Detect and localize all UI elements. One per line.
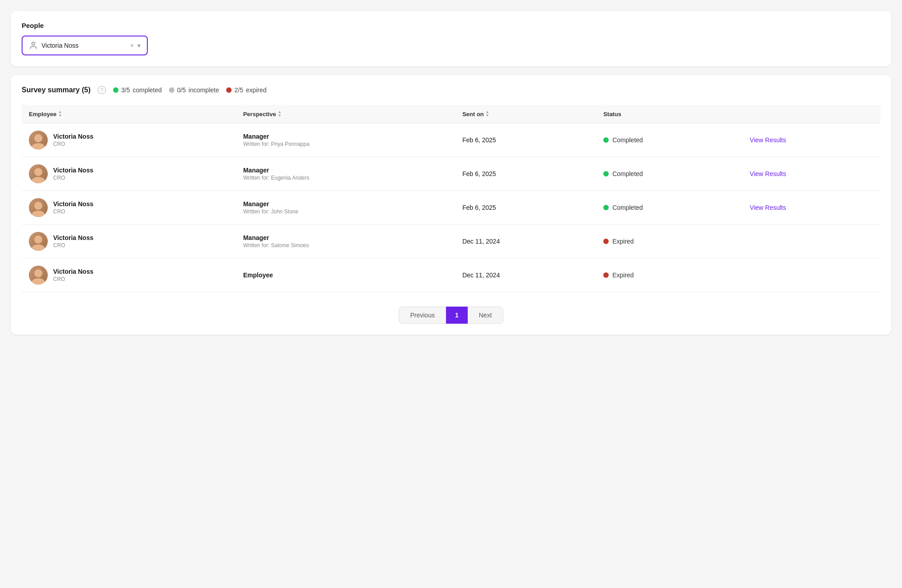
sort-arrows-sent-on: ▲▼ xyxy=(486,110,489,118)
summary-header: Survey summary (5) ? 3/5 completed 0/5 i… xyxy=(22,86,880,94)
col-perspective[interactable]: Perspective ▲▼ xyxy=(236,105,455,123)
view-results-link-0[interactable]: View Results xyxy=(750,136,786,144)
avatar-2 xyxy=(29,198,48,217)
employee-cell-3: Victoria Noss CRO xyxy=(22,225,236,258)
perspective-cell-0: Manager Written for: Priya Ponnappa xyxy=(236,123,455,157)
status-text-3: Expired xyxy=(612,238,633,245)
view-results-link-2[interactable]: View Results xyxy=(750,204,786,211)
table-header-row: Employee ▲▼ Perspective ▲▼ Sent on ▲▼ xyxy=(22,105,880,123)
employee-name-4: Victoria Noss xyxy=(53,268,93,275)
people-section-title: People xyxy=(22,22,880,29)
action-cell-1: View Results xyxy=(743,157,880,191)
col-employee[interactable]: Employee ▲▼ xyxy=(22,105,236,123)
perspective-name-4: Employee xyxy=(243,271,448,279)
sent-on-cell-3: Dec 11, 2024 xyxy=(455,225,596,258)
employee-cell-2: Victoria Noss CRO xyxy=(22,191,236,225)
survey-table: Employee ▲▼ Perspective ▲▼ Sent on ▲▼ xyxy=(22,105,880,292)
avatar-3 xyxy=(29,232,48,251)
pagination: Previous 1 Next xyxy=(22,307,880,324)
employee-name-1: Victoria Noss xyxy=(53,167,93,174)
employee-name-0: Victoria Noss xyxy=(53,133,93,140)
status-cell-4: Expired xyxy=(596,258,743,292)
employee-role-4: CRO xyxy=(53,276,93,282)
perspective-sub-2: Written for: John Stone xyxy=(243,208,448,215)
chevron-down-icon[interactable]: ▾ xyxy=(137,42,141,49)
status-dot-1 xyxy=(603,171,609,176)
svg-point-0 xyxy=(32,42,35,45)
completed-dot xyxy=(113,87,118,93)
avatar-1 xyxy=(29,164,48,183)
survey-summary-card: Survey summary (5) ? 3/5 completed 0/5 i… xyxy=(11,75,891,335)
person-icon xyxy=(29,41,38,50)
col-status: Status xyxy=(596,105,743,123)
employee-name-3: Victoria Noss xyxy=(53,234,93,241)
completed-stat: 3/5 completed xyxy=(113,86,162,94)
status-text-0: Completed xyxy=(612,136,643,144)
select-controls[interactable]: × ▾ xyxy=(130,42,141,49)
incomplete-dot xyxy=(169,87,174,93)
people-select-dropdown[interactable]: Victoria Noss × ▾ xyxy=(22,36,148,55)
col-sent-on[interactable]: Sent on ▲▼ xyxy=(455,105,596,123)
employee-role-0: CRO xyxy=(53,141,93,147)
perspective-name-3: Manager xyxy=(243,234,448,241)
clear-icon[interactable]: × xyxy=(130,42,134,49)
status-cell-3: Expired xyxy=(596,225,743,258)
employee-role-2: CRO xyxy=(53,208,93,215)
avatar-4 xyxy=(29,266,48,285)
status-text-4: Expired xyxy=(612,271,633,279)
employee-cell-0: Victoria Noss CRO xyxy=(22,123,236,157)
incomplete-stat: 0/5 incomplete xyxy=(169,86,219,94)
table-row: Victoria Noss CRO Manager Written for: J… xyxy=(22,191,880,225)
table-row: Victoria Noss CRO Employee Dec 11, 2024 … xyxy=(22,258,880,292)
page-1-button[interactable]: 1 xyxy=(446,307,468,324)
employee-role-3: CRO xyxy=(53,242,93,249)
status-text-2: Completed xyxy=(612,204,643,211)
status-cell-2: Completed xyxy=(596,191,743,225)
action-cell-0: View Results xyxy=(743,123,880,157)
summary-title: Survey summary (5) xyxy=(22,86,91,94)
status-dot-3 xyxy=(603,239,609,244)
employee-name-2: Victoria Noss xyxy=(53,200,93,208)
table-row: Victoria Noss CRO Manager Written for: E… xyxy=(22,157,880,191)
perspective-sub-3: Written for: Salome Simoes xyxy=(243,242,448,249)
table-row: Victoria Noss CRO Manager Written for: S… xyxy=(22,225,880,258)
table-row: Victoria Noss CRO Manager Written for: P… xyxy=(22,123,880,157)
status-dot-2 xyxy=(603,205,609,210)
status-dot-4 xyxy=(603,272,609,278)
status-dot-0 xyxy=(603,137,609,143)
employee-role-1: CRO xyxy=(53,175,93,181)
employee-cell-1: Victoria Noss CRO xyxy=(22,157,236,191)
employee-cell-4: Victoria Noss CRO xyxy=(22,258,236,292)
previous-button[interactable]: Previous xyxy=(399,307,446,324)
status-cell-0: Completed xyxy=(596,123,743,157)
perspective-name-1: Manager xyxy=(243,167,448,174)
sent-on-cell-0: Feb 6, 2025 xyxy=(455,123,596,157)
col-actions xyxy=(743,105,880,123)
expired-dot xyxy=(226,87,232,93)
sort-arrows-employee: ▲▼ xyxy=(58,110,62,118)
perspective-cell-3: Manager Written for: Salome Simoes xyxy=(236,225,455,258)
perspective-name-2: Manager xyxy=(243,200,448,208)
view-results-link-1[interactable]: View Results xyxy=(750,170,786,177)
expired-stat: 2/5 expired xyxy=(226,86,266,94)
perspective-cell-4: Employee xyxy=(236,258,455,292)
perspective-sub-1: Written for: Eugenia Anders xyxy=(243,175,448,181)
avatar-0 xyxy=(29,131,48,149)
status-cell-1: Completed xyxy=(596,157,743,191)
action-cell-4 xyxy=(743,258,880,292)
perspective-cell-2: Manager Written for: John Stone xyxy=(236,191,455,225)
perspective-sub-0: Written for: Priya Ponnappa xyxy=(243,141,448,147)
status-text-1: Completed xyxy=(612,170,643,177)
sent-on-cell-2: Feb 6, 2025 xyxy=(455,191,596,225)
sent-on-cell-1: Feb 6, 2025 xyxy=(455,157,596,191)
people-filter-card: People Victoria Noss × ▾ xyxy=(11,11,891,66)
selected-person-name: Victoria Noss xyxy=(41,42,127,49)
action-cell-2: View Results xyxy=(743,191,880,225)
perspective-cell-1: Manager Written for: Eugenia Anders xyxy=(236,157,455,191)
action-cell-3 xyxy=(743,225,880,258)
perspective-name-0: Manager xyxy=(243,133,448,140)
next-button[interactable]: Next xyxy=(468,307,503,324)
sort-arrows-perspective: ▲▼ xyxy=(278,110,282,118)
sent-on-cell-4: Dec 11, 2024 xyxy=(455,258,596,292)
help-icon[interactable]: ? xyxy=(98,86,106,94)
